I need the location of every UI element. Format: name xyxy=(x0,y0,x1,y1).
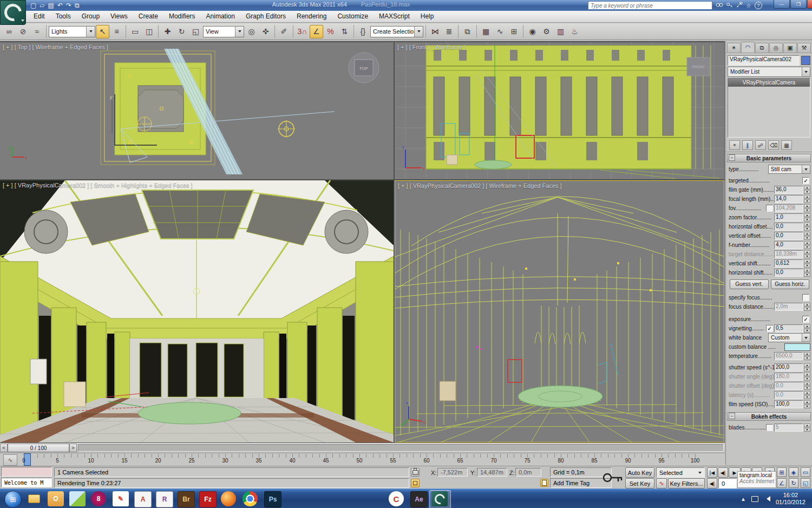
specify-focus-checkbox[interactable] xyxy=(802,294,809,301)
select-by-name-icon[interactable]: ≡ xyxy=(110,25,123,38)
spinner[interactable] xyxy=(804,352,810,360)
percent-snap-icon[interactable]: % xyxy=(324,25,337,38)
favorites-star-icon[interactable]: ☆ xyxy=(746,1,751,10)
custom-balance-swatch[interactable] xyxy=(784,343,810,351)
undo-icon[interactable]: ↶ xyxy=(57,1,63,10)
temperature-field[interactable]: 6500,0 xyxy=(774,352,803,360)
vignetting-checkbox[interactable] xyxy=(766,325,773,332)
minimize-button[interactable]: — xyxy=(774,0,790,9)
time-slider-handle[interactable]: 0 / 100 xyxy=(8,444,69,452)
set-key-button[interactable]: Set Key xyxy=(625,478,654,489)
taskbar-autocad[interactable]: A xyxy=(134,491,152,507)
menu-tools[interactable]: Tools xyxy=(50,11,76,22)
select-and-scale-icon[interactable]: ◱ xyxy=(189,25,202,38)
previous-frame-icon[interactable]: ◀| xyxy=(718,467,728,478)
orbit-icon[interactable]: ↻ xyxy=(789,478,798,488)
shutter-angle-field[interactable]: 180,0 xyxy=(774,373,803,381)
restore-button[interactable]: ❐ xyxy=(790,0,807,9)
menu-edit[interactable]: Edit xyxy=(28,11,50,22)
material-editor-icon[interactable]: ◉ xyxy=(526,25,539,38)
snap-toggle-icon[interactable]: 3∩ xyxy=(296,25,309,38)
search-binoculars-icon[interactable] xyxy=(716,1,723,10)
shutter-offset-field[interactable]: 0,0 xyxy=(774,382,803,390)
spinner[interactable] xyxy=(804,259,810,268)
project-folder-icon[interactable]: ⧉ xyxy=(75,1,80,10)
select-and-manipulate-icon[interactable]: ✜ xyxy=(259,25,272,38)
blades-field[interactable]: 5 xyxy=(774,424,803,432)
tab-motion[interactable]: ◎ xyxy=(769,43,783,53)
mini-curve-editor-button[interactable]: ∿ xyxy=(3,454,17,466)
menu-help[interactable]: Help xyxy=(415,11,440,22)
spinner[interactable] xyxy=(804,223,810,231)
render-production-icon[interactable]: ♨ xyxy=(568,25,581,38)
make-unique-icon[interactable]: ☍ xyxy=(755,140,766,150)
angle-snap-icon[interactable]: ∠ xyxy=(310,25,323,38)
rollout-bokeh-effects[interactable]: Bokeh effects xyxy=(727,412,811,421)
named-selection-set-dropdown[interactable]: Create Selection Se xyxy=(370,26,423,37)
new-file-icon[interactable]: ▢ xyxy=(30,1,36,10)
tray-expand-icon[interactable]: ▲ xyxy=(741,496,746,502)
taskbar-clock[interactable]: 16:02 01/10/2012 xyxy=(776,492,809,506)
fov-field[interactable]: 104,208 xyxy=(774,204,803,212)
object-name-field[interactable]: VRayPhysicalCamera002 xyxy=(728,55,800,66)
absolute-mode-icon[interactable] xyxy=(411,479,420,487)
menu-create[interactable]: Create xyxy=(133,11,163,22)
keyboard-override-icon[interactable]: ✐ xyxy=(277,25,291,38)
select-and-move-icon[interactable]: ✚ xyxy=(161,25,174,38)
building-facade[interactable] xyxy=(426,45,711,169)
reference-coordinate-dropdown[interactable]: View xyxy=(203,26,244,37)
taskbar-explorer[interactable] xyxy=(26,491,42,506)
taskbar-bridge[interactable]: Br xyxy=(178,491,195,507)
type-dropdown[interactable]: Still cam xyxy=(768,165,810,174)
spinner[interactable] xyxy=(804,363,810,372)
spinner[interactable] xyxy=(804,373,810,381)
network-icon[interactable] xyxy=(751,496,758,502)
spinner[interactable] xyxy=(804,241,810,249)
viewport-camera-wireframe[interactable]: [ + ] [ VRayPhysicalCamera002 ] [ Wirefr… xyxy=(395,180,724,442)
menu-views[interactable]: Views xyxy=(105,11,133,22)
spinner[interactable] xyxy=(804,382,810,390)
viewcube-front[interactable]: FRONT xyxy=(687,57,710,76)
shutter-speed-field[interactable]: 200,0 xyxy=(774,363,803,372)
tab-modify[interactable]: ◠ xyxy=(741,42,755,53)
schematic-view-icon[interactable]: ⊞ xyxy=(507,25,521,38)
targeted-checkbox[interactable] xyxy=(802,177,809,184)
maximize-viewport-icon[interactable]: ◱ xyxy=(801,478,810,488)
window-crossing-icon[interactable]: ◫ xyxy=(142,25,156,38)
vignetting-field[interactable]: 0,5 xyxy=(774,324,803,333)
x-coordinate-field[interactable]: -7,522m xyxy=(437,468,468,477)
edit-named-selections-icon[interactable]: {} xyxy=(356,25,370,38)
vertical-shift-field[interactable]: 0,612 xyxy=(774,259,803,268)
rectangular-selection-region-icon[interactable]: ▭ xyxy=(128,25,142,38)
key-mode-toggle-icon[interactable]: ◀| xyxy=(707,478,717,489)
taskbar-app-purple[interactable]: 8 xyxy=(91,491,106,506)
menu-customize[interactable]: Customize xyxy=(332,11,374,22)
viewport-top-label[interactable]: [ + ] [ Top ] [ Wireframe + Edged Faces … xyxy=(3,44,108,50)
vertical-offset-field[interactable]: 0,0 xyxy=(774,232,803,240)
spinner[interactable] xyxy=(804,424,810,432)
mirror-icon[interactable]: ⋈ xyxy=(428,25,442,38)
spinner[interactable] xyxy=(804,391,810,399)
time-slider-left-arrow[interactable]: < xyxy=(0,444,8,452)
field-of-view-icon[interactable]: ∠ xyxy=(777,478,787,488)
taskbar-app-green[interactable] xyxy=(69,491,86,506)
menu-rendering[interactable]: Rendering xyxy=(291,11,332,22)
graphite-ribbon-icon[interactable]: ▦ xyxy=(479,25,493,38)
film-gate-field[interactable]: 36,0 xyxy=(774,186,803,194)
layer-manager-icon[interactable]: ⧉ xyxy=(461,25,474,38)
save-file-icon[interactable]: ▤ xyxy=(48,1,54,10)
select-and-rotate-icon[interactable]: ↻ xyxy=(175,25,188,38)
pin-stack-icon[interactable]: ⌖ xyxy=(729,140,740,150)
start-button[interactable]: ⊞ xyxy=(4,491,22,508)
guess-vert-button[interactable]: Guess vert. xyxy=(730,279,769,289)
bind-to-spacewarp-icon[interactable]: ≈ xyxy=(30,25,44,38)
taskbar-ccleaner[interactable]: C xyxy=(389,491,404,506)
spinner[interactable] xyxy=(804,186,810,194)
blades-checkbox[interactable] xyxy=(766,424,773,431)
tab-utilities[interactable]: ⚒ xyxy=(797,43,811,53)
spinner[interactable] xyxy=(804,324,810,333)
align-icon[interactable]: ≣ xyxy=(442,25,456,38)
exposure-checkbox[interactable] xyxy=(802,316,809,323)
default-in-out-tangents-icon[interactable]: ∿ xyxy=(656,478,667,489)
current-frame-field[interactable]: 0 xyxy=(718,478,737,489)
